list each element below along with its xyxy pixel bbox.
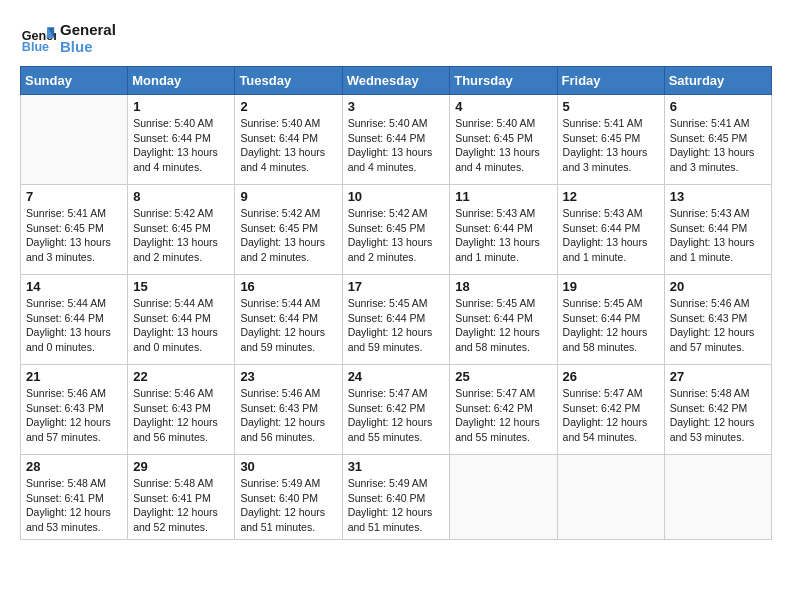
- day-number: 8: [133, 189, 229, 204]
- day-info: Sunrise: 5:41 AM Sunset: 6:45 PM Dayligh…: [563, 116, 659, 175]
- calendar-week-row: 1Sunrise: 5:40 AM Sunset: 6:44 PM Daylig…: [21, 95, 772, 185]
- day-number: 16: [240, 279, 336, 294]
- day-info: Sunrise: 5:40 AM Sunset: 6:45 PM Dayligh…: [455, 116, 551, 175]
- calendar-cell: [664, 455, 771, 540]
- calendar-cell: 13Sunrise: 5:43 AM Sunset: 6:44 PM Dayli…: [664, 185, 771, 275]
- day-number: 13: [670, 189, 766, 204]
- day-info: Sunrise: 5:47 AM Sunset: 6:42 PM Dayligh…: [348, 386, 445, 445]
- day-number: 3: [348, 99, 445, 114]
- page-header: General Blue General Blue: [20, 20, 772, 56]
- calendar-cell: 8Sunrise: 5:42 AM Sunset: 6:45 PM Daylig…: [128, 185, 235, 275]
- calendar-header-row: SundayMondayTuesdayWednesdayThursdayFrid…: [21, 67, 772, 95]
- day-number: 23: [240, 369, 336, 384]
- day-number: 26: [563, 369, 659, 384]
- day-info: Sunrise: 5:46 AM Sunset: 6:43 PM Dayligh…: [240, 386, 336, 445]
- day-number: 28: [26, 459, 122, 474]
- day-info: Sunrise: 5:46 AM Sunset: 6:43 PM Dayligh…: [26, 386, 122, 445]
- day-number: 5: [563, 99, 659, 114]
- svg-text:Blue: Blue: [22, 40, 49, 54]
- day-info: Sunrise: 5:47 AM Sunset: 6:42 PM Dayligh…: [455, 386, 551, 445]
- day-info: Sunrise: 5:45 AM Sunset: 6:44 PM Dayligh…: [455, 296, 551, 355]
- calendar-cell: 31Sunrise: 5:49 AM Sunset: 6:40 PM Dayli…: [342, 455, 450, 540]
- calendar-cell: 21Sunrise: 5:46 AM Sunset: 6:43 PM Dayli…: [21, 365, 128, 455]
- day-number: 10: [348, 189, 445, 204]
- calendar-cell: 27Sunrise: 5:48 AM Sunset: 6:42 PM Dayli…: [664, 365, 771, 455]
- day-number: 27: [670, 369, 766, 384]
- calendar-cell: 7Sunrise: 5:41 AM Sunset: 6:45 PM Daylig…: [21, 185, 128, 275]
- day-number: 15: [133, 279, 229, 294]
- day-info: Sunrise: 5:45 AM Sunset: 6:44 PM Dayligh…: [563, 296, 659, 355]
- calendar-cell: 1Sunrise: 5:40 AM Sunset: 6:44 PM Daylig…: [128, 95, 235, 185]
- day-info: Sunrise: 5:40 AM Sunset: 6:44 PM Dayligh…: [240, 116, 336, 175]
- calendar-cell: 30Sunrise: 5:49 AM Sunset: 6:40 PM Dayli…: [235, 455, 342, 540]
- calendar-table: SundayMondayTuesdayWednesdayThursdayFrid…: [20, 66, 772, 540]
- header-thursday: Thursday: [450, 67, 557, 95]
- day-number: 19: [563, 279, 659, 294]
- calendar-cell: 10Sunrise: 5:42 AM Sunset: 6:45 PM Dayli…: [342, 185, 450, 275]
- day-number: 31: [348, 459, 445, 474]
- calendar-cell: 4Sunrise: 5:40 AM Sunset: 6:45 PM Daylig…: [450, 95, 557, 185]
- calendar-cell: 28Sunrise: 5:48 AM Sunset: 6:41 PM Dayli…: [21, 455, 128, 540]
- day-info: Sunrise: 5:46 AM Sunset: 6:43 PM Dayligh…: [670, 296, 766, 355]
- day-info: Sunrise: 5:41 AM Sunset: 6:45 PM Dayligh…: [26, 206, 122, 265]
- calendar-week-row: 21Sunrise: 5:46 AM Sunset: 6:43 PM Dayli…: [21, 365, 772, 455]
- day-info: Sunrise: 5:46 AM Sunset: 6:43 PM Dayligh…: [133, 386, 229, 445]
- calendar-cell: 18Sunrise: 5:45 AM Sunset: 6:44 PM Dayli…: [450, 275, 557, 365]
- day-info: Sunrise: 5:44 AM Sunset: 6:44 PM Dayligh…: [133, 296, 229, 355]
- day-info: Sunrise: 5:43 AM Sunset: 6:44 PM Dayligh…: [563, 206, 659, 265]
- calendar-cell: 23Sunrise: 5:46 AM Sunset: 6:43 PM Dayli…: [235, 365, 342, 455]
- day-info: Sunrise: 5:43 AM Sunset: 6:44 PM Dayligh…: [670, 206, 766, 265]
- calendar-cell: 12Sunrise: 5:43 AM Sunset: 6:44 PM Dayli…: [557, 185, 664, 275]
- day-number: 2: [240, 99, 336, 114]
- header-sunday: Sunday: [21, 67, 128, 95]
- calendar-week-row: 14Sunrise: 5:44 AM Sunset: 6:44 PM Dayli…: [21, 275, 772, 365]
- header-monday: Monday: [128, 67, 235, 95]
- day-number: 24: [348, 369, 445, 384]
- header-tuesday: Tuesday: [235, 67, 342, 95]
- calendar-cell: 26Sunrise: 5:47 AM Sunset: 6:42 PM Dayli…: [557, 365, 664, 455]
- day-info: Sunrise: 5:42 AM Sunset: 6:45 PM Dayligh…: [133, 206, 229, 265]
- calendar-week-row: 28Sunrise: 5:48 AM Sunset: 6:41 PM Dayli…: [21, 455, 772, 540]
- logo: General Blue General Blue: [20, 20, 116, 56]
- day-info: Sunrise: 5:43 AM Sunset: 6:44 PM Dayligh…: [455, 206, 551, 265]
- day-info: Sunrise: 5:48 AM Sunset: 6:41 PM Dayligh…: [133, 476, 229, 535]
- day-number: 4: [455, 99, 551, 114]
- calendar-cell: 17Sunrise: 5:45 AM Sunset: 6:44 PM Dayli…: [342, 275, 450, 365]
- day-info: Sunrise: 5:45 AM Sunset: 6:44 PM Dayligh…: [348, 296, 445, 355]
- calendar-week-row: 7Sunrise: 5:41 AM Sunset: 6:45 PM Daylig…: [21, 185, 772, 275]
- day-info: Sunrise: 5:48 AM Sunset: 6:42 PM Dayligh…: [670, 386, 766, 445]
- calendar-cell: 9Sunrise: 5:42 AM Sunset: 6:45 PM Daylig…: [235, 185, 342, 275]
- day-number: 7: [26, 189, 122, 204]
- day-info: Sunrise: 5:40 AM Sunset: 6:44 PM Dayligh…: [133, 116, 229, 175]
- calendar-cell: 20Sunrise: 5:46 AM Sunset: 6:43 PM Dayli…: [664, 275, 771, 365]
- day-info: Sunrise: 5:42 AM Sunset: 6:45 PM Dayligh…: [348, 206, 445, 265]
- header-wednesday: Wednesday: [342, 67, 450, 95]
- day-number: 22: [133, 369, 229, 384]
- calendar-cell: [21, 95, 128, 185]
- logo-icon: General Blue: [20, 20, 56, 56]
- calendar-cell: 11Sunrise: 5:43 AM Sunset: 6:44 PM Dayli…: [450, 185, 557, 275]
- day-number: 18: [455, 279, 551, 294]
- day-info: Sunrise: 5:49 AM Sunset: 6:40 PM Dayligh…: [348, 476, 445, 535]
- day-number: 21: [26, 369, 122, 384]
- day-number: 9: [240, 189, 336, 204]
- calendar-cell: 3Sunrise: 5:40 AM Sunset: 6:44 PM Daylig…: [342, 95, 450, 185]
- header-saturday: Saturday: [664, 67, 771, 95]
- day-number: 6: [670, 99, 766, 114]
- calendar-cell: 14Sunrise: 5:44 AM Sunset: 6:44 PM Dayli…: [21, 275, 128, 365]
- day-info: Sunrise: 5:41 AM Sunset: 6:45 PM Dayligh…: [670, 116, 766, 175]
- calendar-cell: 22Sunrise: 5:46 AM Sunset: 6:43 PM Dayli…: [128, 365, 235, 455]
- day-number: 25: [455, 369, 551, 384]
- day-number: 30: [240, 459, 336, 474]
- calendar-cell: 19Sunrise: 5:45 AM Sunset: 6:44 PM Dayli…: [557, 275, 664, 365]
- calendar-cell: [450, 455, 557, 540]
- day-info: Sunrise: 5:48 AM Sunset: 6:41 PM Dayligh…: [26, 476, 122, 535]
- day-info: Sunrise: 5:49 AM Sunset: 6:40 PM Dayligh…: [240, 476, 336, 535]
- calendar-cell: 6Sunrise: 5:41 AM Sunset: 6:45 PM Daylig…: [664, 95, 771, 185]
- logo-blue-text: Blue: [60, 38, 116, 55]
- calendar-cell: 2Sunrise: 5:40 AM Sunset: 6:44 PM Daylig…: [235, 95, 342, 185]
- day-number: 17: [348, 279, 445, 294]
- calendar-cell: 16Sunrise: 5:44 AM Sunset: 6:44 PM Dayli…: [235, 275, 342, 365]
- day-info: Sunrise: 5:40 AM Sunset: 6:44 PM Dayligh…: [348, 116, 445, 175]
- day-info: Sunrise: 5:44 AM Sunset: 6:44 PM Dayligh…: [26, 296, 122, 355]
